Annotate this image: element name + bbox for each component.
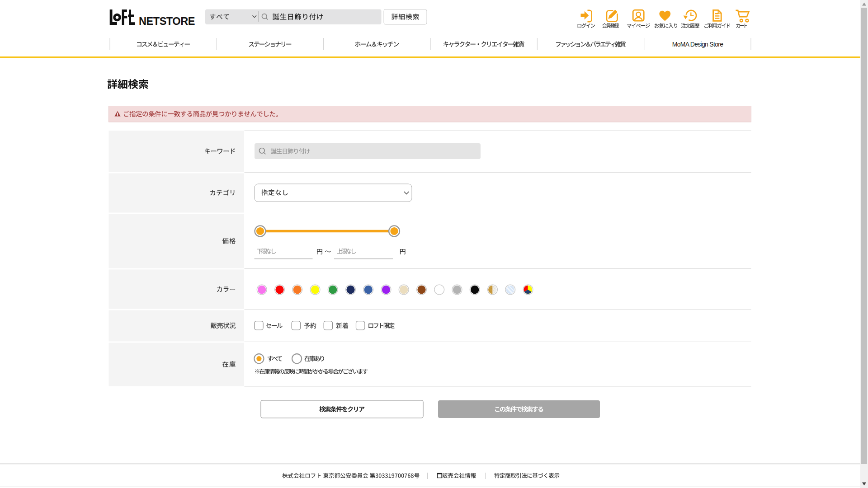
svg-text:NETSTORE: NETSTORE: [139, 15, 195, 27]
svg-text:MoMA Design Store: MoMA Design Store: [672, 41, 724, 48]
